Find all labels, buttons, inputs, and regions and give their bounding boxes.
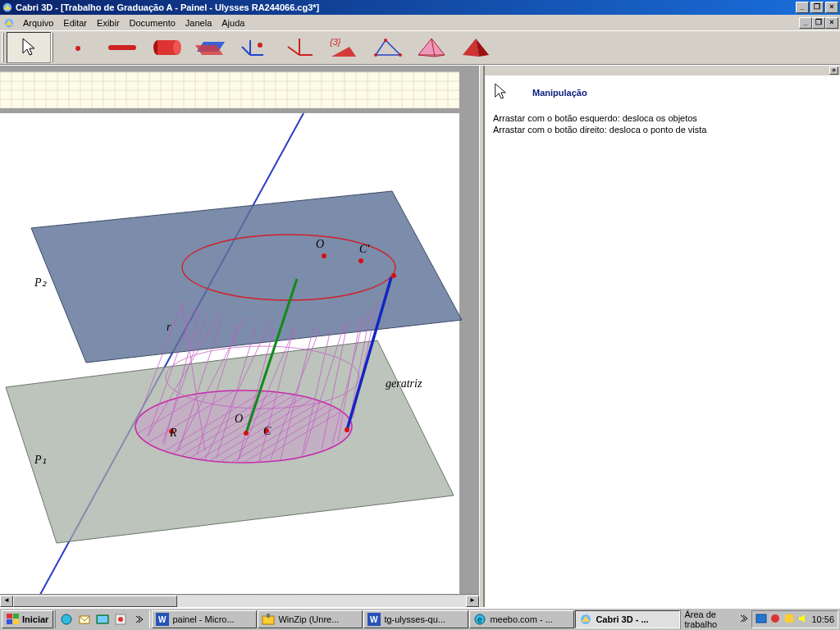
start-button[interactable]: Iniciar [2, 610, 53, 628]
svg-point-50 [118, 617, 123, 622]
svg-rect-23 [0, 108, 459, 113]
viewport-scroll-area[interactable]: P₂ P₁ r R O C O C' geratriz [0, 66, 479, 594]
ql-ie-icon[interactable] [57, 610, 75, 628]
toolbar-grip-2[interactable] [51, 33, 54, 62]
help-title: Manipulação [532, 88, 587, 98]
tetrahedron-solid-tool[interactable] [454, 32, 499, 63]
cabri-icon [579, 613, 592, 626]
ql-app-icon[interactable] [112, 610, 130, 628]
scroll-left-button[interactable]: ◄ [0, 596, 13, 607]
svg-point-6 [173, 40, 181, 55]
svg-point-13 [374, 53, 377, 57]
quick-launch [55, 610, 150, 628]
label-C-prime: C' [359, 243, 369, 256]
menu-editar[interactable]: Editar [58, 16, 92, 30]
mdi-maximize-button[interactable]: ❐ [812, 17, 825, 29]
start-label: Iniciar [22, 614, 48, 624]
svg-point-38 [322, 253, 326, 258]
mdi-window-controls: _ ❐ × [799, 17, 838, 29]
task-painel[interactable]: W painel - Micro... [152, 610, 257, 628]
ql-desktop-icon[interactable] [94, 610, 112, 628]
svg-point-9 [258, 43, 262, 48]
cursor-icon [493, 82, 508, 103]
label-O-top: O [316, 238, 324, 251]
task-cabri[interactable]: Cabri 3D - ... [575, 610, 680, 628]
doc-icon [3, 17, 15, 29]
transform-tool[interactable]: {3} [322, 32, 366, 63]
ql-outlook-icon[interactable] [75, 610, 94, 628]
3d-viewport[interactable] [0, 66, 479, 594]
menu-arquivo[interactable]: Arquivo [18, 16, 58, 30]
svg-rect-22 [459, 66, 479, 594]
menu-ajuda[interactable]: Ajuda [217, 16, 249, 30]
scroll-track[interactable] [177, 596, 466, 607]
triangle-tool[interactable] [366, 32, 410, 63]
menu-exibir[interactable]: Exibir [92, 16, 125, 30]
menu-janela[interactable]: Janela [180, 16, 217, 30]
tetrahedron-wire-tool[interactable] [410, 32, 454, 63]
task-tg-ulysses[interactable]: W tg-ulysses-qu... [363, 610, 468, 628]
svg-point-45 [62, 614, 71, 624]
task-winzip[interactable]: WinZip (Unre... [258, 610, 363, 628]
task-label: Cabri 3D - ... [596, 614, 648, 624]
menubar: Arquivo Editar Exibir Documento Janela A… [0, 15, 840, 30]
word-icon: W [156, 613, 169, 626]
perpendicular-tool[interactable] [233, 32, 277, 63]
horizontal-scrollbar[interactable]: ◄ ► [0, 594, 479, 607]
plane-tool[interactable] [189, 32, 233, 63]
svg-text:W: W [158, 615, 167, 624]
tray-icon-1[interactable] [756, 613, 767, 626]
close-button[interactable]: × [825, 2, 838, 13]
svg-point-14 [399, 53, 402, 57]
desk-label[interactable]: Área de trabalho [684, 609, 737, 629]
scroll-thumb[interactable] [13, 596, 177, 607]
label-P2: P₂ [34, 276, 47, 290]
scroll-right-button[interactable]: ► [466, 596, 479, 607]
label-O-bottom: O [235, 413, 243, 426]
svg-rect-42 [13, 614, 19, 619]
cylinder-tool[interactable] [144, 32, 189, 63]
tray-icon-2[interactable] [769, 613, 781, 626]
tray-icon-3[interactable] [783, 613, 795, 626]
arrow-tool[interactable] [7, 32, 51, 63]
svg-point-39 [358, 258, 363, 263]
svg-rect-41 [7, 614, 12, 619]
svg-point-37 [345, 427, 349, 432]
axes-tool[interactable] [277, 32, 322, 63]
tray-volume-icon[interactable] [797, 613, 809, 626]
svg-rect-48 [98, 616, 107, 623]
maximize-button[interactable]: ❐ [810, 2, 824, 13]
toolbar-grip[interactable] [2, 33, 5, 62]
tray-clock[interactable]: 10:56 [811, 614, 834, 624]
ie-icon: e [473, 613, 486, 626]
toolbar: {3} [0, 30, 840, 65]
mdi-minimize-button[interactable]: _ [799, 17, 812, 29]
svg-rect-62 [785, 614, 793, 623]
label-r: r [167, 321, 171, 334]
taskbar: Iniciar W painel - Micro... WinZip (Unre… [0, 607, 840, 630]
app-icon [2, 2, 13, 13]
label-P1: P₁ [34, 453, 47, 467]
minimize-button[interactable]: _ [796, 2, 809, 13]
svg-point-15 [384, 39, 387, 42]
label-geratriz: geratriz [386, 377, 422, 390]
point-tool[interactable] [56, 32, 100, 63]
ql-chevron-icon[interactable] [130, 610, 148, 628]
svg-rect-44 [13, 619, 19, 624]
main-area: P₂ P₁ r R O C O C' geratriz ◄ ► × M [0, 65, 840, 607]
task-label: WinZip (Unre... [278, 614, 339, 624]
line-tool[interactable] [100, 32, 144, 63]
svg-point-2 [75, 46, 80, 51]
help-close-button[interactable]: × [829, 66, 838, 75]
task-label: painel - Micro... [172, 614, 234, 624]
help-line-1: Arrastar com o botão esquerdo: desloca o… [493, 113, 832, 123]
system-tray: 10:56 [751, 610, 838, 628]
help-line-2: Arrastar com o botão direito: desloca o … [493, 125, 832, 135]
mdi-close-button[interactable]: × [825, 17, 838, 29]
window-title: Cabri 3D - [Trabalho de Graduação A - Pa… [16, 2, 796, 12]
chevron-icon[interactable] [740, 614, 748, 625]
menu-documento[interactable]: Documento [125, 16, 180, 30]
task-meebo[interactable]: e meebo.com - ... [469, 610, 574, 628]
svg-rect-43 [7, 619, 12, 624]
word-icon: W [368, 613, 381, 626]
